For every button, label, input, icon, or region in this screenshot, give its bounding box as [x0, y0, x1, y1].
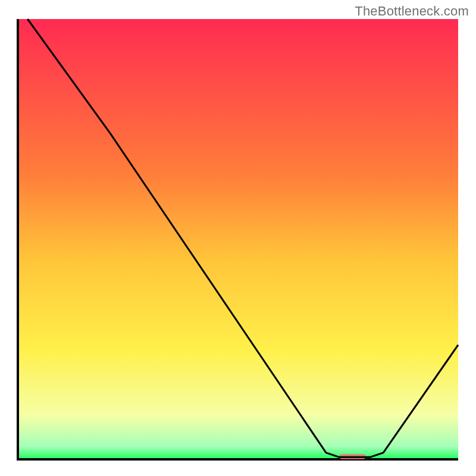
plot-background	[18, 19, 458, 459]
chart-container: TheBottleneck.com	[0, 0, 476, 476]
bottleneck-chart	[0, 0, 476, 476]
watermark-text: TheBottleneck.com	[355, 4, 469, 19]
